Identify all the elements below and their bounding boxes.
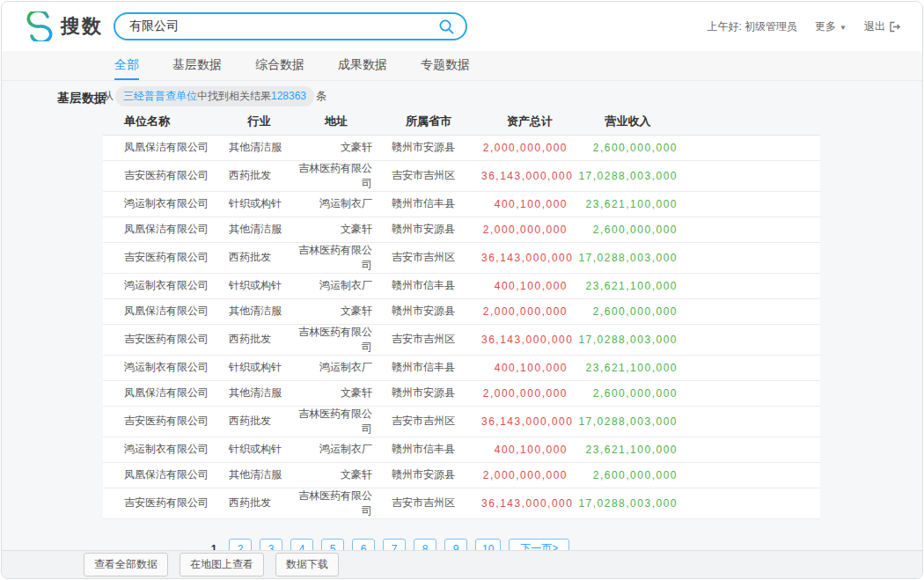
cell-region: 吉安市吉州区: [376, 242, 481, 273]
cell-total-assets: 2,000,000,000: [481, 135, 578, 160]
cell-industry: 西药批发: [222, 488, 297, 518]
column-header-industry: 行业: [222, 109, 297, 135]
cell-address: 吉林医药有限公司: [297, 488, 376, 518]
header: 搜数 上午好: 初级管理员 更多 ▼ 退出: [2, 2, 922, 51]
table-row: 吉安医药有限公司西药批发吉林医药有限公司吉安市吉州区36,143,000,000…: [103, 242, 820, 273]
cell-region: 赣州市安源县: [376, 135, 481, 160]
page-button-7[interactable]: 7: [383, 539, 406, 551]
column-header-unit-name: 单位名称: [103, 109, 222, 135]
source-link[interactable]: 三经普普查单位: [123, 89, 197, 104]
page-button-5[interactable]: 5: [321, 539, 344, 551]
table-row: 凤凰保洁有限公司其他清洁服文豪轩赣州市安源县2,000,000,0002,600…: [103, 298, 820, 324]
cell-region: 赣州市安源县: [376, 298, 481, 324]
column-header-region: 所属省市: [376, 109, 481, 135]
cell-industry: 其他清洁服: [222, 380, 297, 406]
cell-total-assets: 36,143,000,000: [481, 242, 578, 273]
tab-base-data[interactable]: 基层数据: [172, 51, 222, 80]
page-button-9[interactable]: 9: [444, 539, 467, 551]
logout-icon: [889, 21, 901, 33]
cell-unit-name: 吉安医药有限公司: [103, 242, 222, 273]
cell-total-assets: 36,143,000,000: [481, 324, 578, 355]
download-data-button[interactable]: 数据下载: [275, 553, 339, 576]
page-button-8[interactable]: 8: [414, 539, 436, 551]
cell-total-assets: 2,000,000,000: [481, 380, 578, 406]
table-row: 鸿运制衣有限公司针织或构针鸿运制衣厂赣州市信丰县400,100,00023,62…: [103, 355, 820, 380]
result-suffix: 条: [316, 89, 326, 104]
logo: 搜数: [25, 11, 103, 41]
view-all-data-button[interactable]: 查看全部数据: [84, 553, 168, 576]
cell-total-assets: 2,000,000,000: [481, 217, 578, 242]
result-count: 128363: [271, 90, 306, 102]
cell-address: 文豪轩: [297, 298, 376, 324]
result-mid-text: 中找到相关结果: [197, 89, 271, 104]
cell-unit-name: 凤凰保洁有限公司: [103, 380, 222, 406]
more-menu[interactable]: 更多 ▼: [815, 19, 847, 34]
column-header-operating-income: 营业收入: [578, 109, 820, 135]
cell-industry: 其他清洁服: [222, 462, 297, 488]
table-row: 吉安医药有限公司西药批发吉林医药有限公司吉安市吉州区36,143,000,000…: [103, 160, 820, 191]
page-button-2[interactable]: 2: [229, 539, 252, 551]
content-column: 从 三经普普查单位 中找到相关结果 128363 条 单位名称行业地址所属省市资…: [103, 86, 820, 550]
cell-region: 赣州市信丰县: [376, 355, 481, 380]
page-button-3[interactable]: 3: [260, 539, 282, 551]
cell-unit-name: 吉安医药有限公司: [103, 488, 222, 518]
next-page-button[interactable]: 下一页>: [509, 539, 569, 551]
page-button-4[interactable]: 4: [290, 539, 313, 551]
cell-industry: 其他清洁服: [222, 298, 297, 324]
cell-total-assets: 400,100,000: [481, 437, 578, 462]
greeting-text: 上午好: 初级管理员: [707, 19, 797, 34]
results-table: 单位名称行业地址所属省市资产总计营业收入 凤凰保洁有限公司其他清洁服文豪轩赣州市…: [103, 109, 820, 519]
footer-toolbar: 查看全部数据在地图上查看数据下载: [2, 550, 922, 578]
header-right: 上午好: 初级管理员 更多 ▼ 退出: [707, 19, 901, 34]
cell-unit-name: 凤凰保洁有限公司: [103, 462, 222, 488]
cell-unit-name: 凤凰保洁有限公司: [103, 217, 222, 242]
view-on-map-button[interactable]: 在地图上查看: [180, 553, 264, 576]
app-window: 搜数 上午好: 初级管理员 更多 ▼ 退出: [1, 1, 923, 579]
cell-region: 赣州市信丰县: [376, 437, 481, 462]
cell-total-assets: 36,143,000,000: [481, 160, 578, 191]
cell-address: 吉林医药有限公司: [297, 160, 376, 191]
cell-total-assets: 400,100,000: [481, 191, 578, 217]
table-body: 凤凰保洁有限公司其他清洁服文豪轩赣州市安源县2,000,000,0002,600…: [103, 135, 820, 518]
tab-bar: 全部基层数据综合数据成果数据专题数据: [2, 51, 922, 81]
cell-address: 文豪轩: [297, 380, 376, 406]
tab-comprehensive-data[interactable]: 综合数据: [255, 51, 304, 80]
cell-operating-income: 23,621,100,000: [578, 191, 820, 217]
cell-operating-income: 23,621,100,000: [578, 273, 820, 298]
table-head: 单位名称行业地址所属省市资产总计营业收入: [103, 109, 820, 135]
cell-industry: 西药批发: [222, 160, 297, 191]
cell-region: 赣州市安源县: [376, 462, 481, 488]
cell-operating-income: 2,600,000,000: [578, 462, 820, 488]
cell-unit-name: 吉安医药有限公司: [103, 406, 222, 437]
tab-achievement-data[interactable]: 成果数据: [338, 51, 387, 80]
tab-all[interactable]: 全部: [114, 51, 139, 80]
tab-topic-data[interactable]: 专题数据: [421, 51, 470, 80]
table-row: 吉安医药有限公司西药批发吉林医药有限公司吉安市吉州区36,143,000,000…: [103, 324, 820, 355]
logout-button[interactable]: 退出: [864, 19, 901, 34]
cell-operating-income: 23,621,100,000: [578, 355, 820, 380]
brand-logo-icon: [25, 11, 55, 41]
cell-unit-name: 凤凰保洁有限公司: [103, 298, 222, 324]
cell-address: 吉林医药有限公司: [297, 242, 376, 273]
table-row: 鸿运制衣有限公司针织或构针鸿运制衣厂赣州市信丰县400,100,00023,62…: [103, 191, 820, 217]
brand-name: 搜数: [61, 13, 103, 40]
cell-address: 鸿运制衣厂: [297, 273, 376, 298]
cell-total-assets: 2,000,000,000: [481, 462, 578, 488]
search-input[interactable]: [129, 19, 438, 33]
cell-region: 吉安市吉州区: [376, 406, 481, 437]
cell-industry: 其他清洁服: [222, 217, 297, 242]
cell-unit-name: 鸿运制衣有限公司: [103, 437, 222, 462]
table-row: 凤凰保洁有限公司其他清洁服文豪轩赣州市安源县2,000,000,0002,600…: [103, 380, 820, 406]
page-button-6[interactable]: 6: [352, 539, 375, 551]
page-button-10[interactable]: 10: [475, 539, 501, 551]
cell-operating-income: 17,0288,003,000: [578, 160, 820, 191]
cell-unit-name: 鸿运制衣有限公司: [103, 191, 222, 217]
table-row: 吉安医药有限公司西药批发吉林医药有限公司吉安市吉州区36,143,000,000…: [103, 488, 820, 518]
cell-operating-income: 17,0288,003,000: [578, 242, 820, 273]
search-icon[interactable]: [438, 18, 455, 35]
cell-operating-income: 2,600,000,000: [578, 217, 820, 242]
cell-unit-name: 吉安医药有限公司: [103, 324, 222, 355]
table-row: 鸿运制衣有限公司针织或构针鸿运制衣厂赣州市信丰县400,100,00023,62…: [103, 273, 820, 298]
table-header-row: 单位名称行业地址所属省市资产总计营业收入: [103, 109, 820, 135]
search-box[interactable]: [114, 12, 467, 40]
